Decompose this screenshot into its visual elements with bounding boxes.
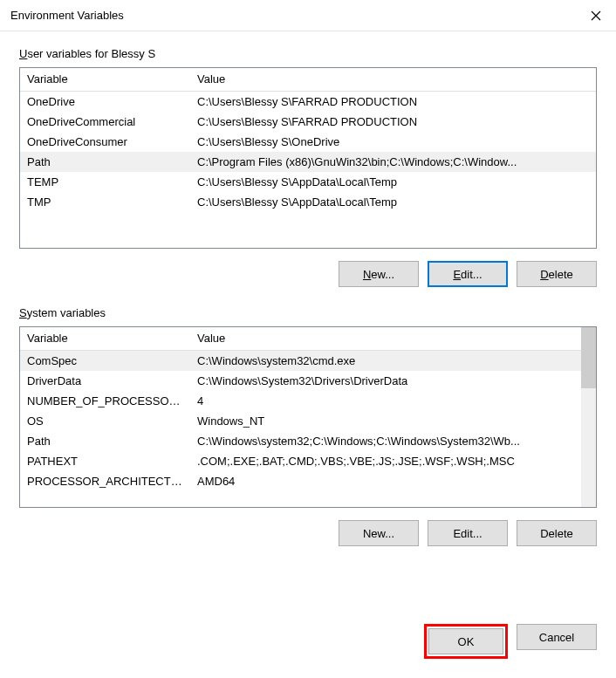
cell-value: C:\Windows\system32;C:\Windows;C:\Window… <box>190 431 596 451</box>
user-button-row: New... Edit... Delete <box>19 249 597 287</box>
system-col-variable[interactable]: Variable <box>20 327 190 351</box>
user-variables-table[interactable]: Variable Value OneDriveC:\Users\Blessy S… <box>19 67 597 249</box>
cancel-button[interactable]: Cancel <box>517 624 597 650</box>
cell-variable: NUMBER_OF_PROCESSORS <box>20 391 190 411</box>
cell-value: C:\Users\Blessy S\AppData\Local\Temp <box>190 192 596 212</box>
user-new-button[interactable]: New... <box>339 261 419 287</box>
system-new-button[interactable]: New... <box>339 520 419 546</box>
system-scrollbar[interactable] <box>581 327 596 507</box>
user-label-underline: U <box>19 47 27 60</box>
close-button[interactable] <box>576 0 616 31</box>
cell-value: C:\Program Files (x86)\GnuWin32\bin;C:\W… <box>190 152 596 172</box>
cell-value: 4 <box>190 391 596 411</box>
table-row[interactable]: PathC:\Windows\system32;C:\Windows;C:\Wi… <box>20 431 596 451</box>
user-delete-button[interactable]: Delete <box>517 261 597 287</box>
ok-highlight: OK <box>424 624 508 659</box>
user-col-value[interactable]: Value <box>190 68 596 92</box>
system-edit-button[interactable]: Edit... <box>428 520 508 546</box>
table-row[interactable]: PathC:\Program Files (x86)\GnuWin32\bin;… <box>20 152 596 172</box>
cell-value: C:\Users\Blessy S\FARRAD PRODUCTION <box>190 112 596 132</box>
titlebar: Environment Variables <box>0 0 616 31</box>
table-row[interactable]: TEMPC:\Users\Blessy S\AppData\Local\Temp <box>20 172 596 192</box>
table-row[interactable]: NUMBER_OF_PROCESSORS4 <box>20 391 596 411</box>
cell-variable: Path <box>20 152 190 172</box>
cell-variable: ComSpec <box>20 351 190 372</box>
cell-variable: PATHEXT <box>20 451 190 471</box>
table-row[interactable]: OneDriveCommercialC:\Users\Blessy S\FARR… <box>20 112 596 132</box>
table-row[interactable]: PROCESSOR_ARCHITECTU...AMD64 <box>20 471 596 491</box>
table-row[interactable]: OneDriveC:\Users\Blessy S\FARRAD PRODUCT… <box>20 92 596 113</box>
system-variables-label: System variables <box>19 306 597 319</box>
cell-variable: OneDrive <box>20 92 190 113</box>
table-row[interactable]: DriverDataC:\Windows\System32\Drivers\Dr… <box>20 371 596 391</box>
cell-value: C:\Users\Blessy S\AppData\Local\Temp <box>190 172 596 192</box>
user-label-rest: ser variables for Blessy S <box>27 47 155 60</box>
window-title: Environment Variables <box>10 9 124 22</box>
dialog-footer: OK Cancel <box>0 599 616 678</box>
cell-variable: PROCESSOR_ARCHITECTU... <box>20 471 190 491</box>
system-label-underline: S <box>19 306 27 319</box>
user-col-variable[interactable]: Variable <box>20 68 190 92</box>
cell-variable: OneDriveCommercial <box>20 112 190 132</box>
user-edit-button[interactable]: Edit... <box>428 261 508 287</box>
table-row[interactable]: OSWindows_NT <box>20 411 596 431</box>
cell-variable: TMP <box>20 192 190 212</box>
cell-value: C:\Users\Blessy S\FARRAD PRODUCTION <box>190 92 596 113</box>
cell-value: C:\Users\Blessy S\OneDrive <box>190 132 596 152</box>
cell-value: Windows_NT <box>190 411 596 431</box>
user-variables-group: User variables for Blessy S Variable Val… <box>19 47 597 287</box>
content-area: User variables for Blessy S Variable Val… <box>0 31 616 599</box>
close-icon <box>591 10 601 21</box>
table-row[interactable]: ComSpecC:\Windows\system32\cmd.exe <box>20 351 596 372</box>
scrollbar-thumb[interactable] <box>581 327 596 388</box>
system-button-row: New... Edit... Delete <box>19 508 597 546</box>
cell-value: C:\Windows\system32\cmd.exe <box>190 351 596 372</box>
table-row[interactable]: TMPC:\Users\Blessy S\AppData\Local\Temp <box>20 192 596 212</box>
cell-variable: OS <box>20 411 190 431</box>
system-variables-table[interactable]: Variable Value ComSpecC:\Windows\system3… <box>19 326 597 508</box>
system-label-rest: ystem variables <box>27 306 106 319</box>
cell-variable: Path <box>20 431 190 451</box>
cell-variable: TEMP <box>20 172 190 192</box>
system-col-value[interactable]: Value <box>190 327 596 351</box>
cell-value: AMD64 <box>190 471 596 491</box>
cell-variable: OneDriveConsumer <box>20 132 190 152</box>
table-row[interactable]: OneDriveConsumerC:\Users\Blessy S\OneDri… <box>20 132 596 152</box>
table-row[interactable]: PATHEXT.COM;.EXE;.BAT;.CMD;.VBS;.VBE;.JS… <box>20 451 596 471</box>
system-variables-group: System variables Variable Value ComSpecC… <box>19 306 597 546</box>
cell-variable: DriverData <box>20 371 190 391</box>
user-variables-label: User variables for Blessy S <box>19 47 597 60</box>
cell-value: .COM;.EXE;.BAT;.CMD;.VBS;.VBE;.JS;.JSE;.… <box>190 451 596 471</box>
ok-button[interactable]: OK <box>428 628 503 654</box>
cell-value: C:\Windows\System32\Drivers\DriverData <box>190 371 596 391</box>
system-delete-button[interactable]: Delete <box>517 520 597 546</box>
